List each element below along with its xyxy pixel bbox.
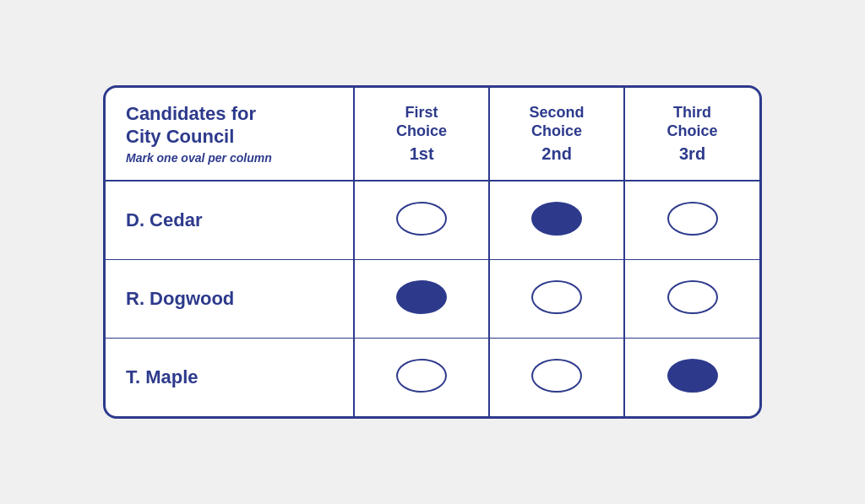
oval-cell-2-2[interactable]: [624, 338, 759, 416]
candidates-subtitle: Mark one oval per column: [126, 151, 345, 165]
oval-cell-1-0[interactable]: [354, 259, 489, 338]
empty-oval[interactable]: [667, 280, 718, 314]
oval-cell-0-2[interactable]: [624, 181, 759, 260]
second-choice-num: 2nd: [498, 144, 615, 164]
header-candidates: Candidates for City Council Mark one ova…: [106, 88, 354, 181]
oval-cell-2-0[interactable]: [354, 338, 489, 416]
filled-oval[interactable]: [396, 280, 447, 314]
empty-oval[interactable]: [531, 359, 582, 393]
filled-oval[interactable]: [531, 202, 582, 236]
header-third-choice: Third Choice 3rd: [624, 88, 759, 181]
ballot-card: Candidates for City Council Mark one ova…: [103, 85, 762, 419]
first-choice-label: First Choice: [363, 104, 480, 140]
oval-cell-0-1[interactable]: [489, 181, 624, 260]
ballot-table: Candidates for City Council Mark one ova…: [106, 88, 759, 416]
header-first-choice: First Choice 1st: [354, 88, 489, 181]
empty-oval[interactable]: [667, 202, 718, 236]
oval-cell-0-0[interactable]: [354, 181, 489, 260]
table-row: D. Cedar: [106, 181, 759, 260]
third-choice-num: 3rd: [634, 144, 751, 164]
second-choice-label: Second Choice: [498, 104, 615, 140]
candidate-name: R. Dogwood: [106, 259, 354, 338]
oval-cell-2-1[interactable]: [489, 338, 624, 416]
oval-cell-1-2[interactable]: [624, 259, 759, 338]
candidates-title: Candidates for City Council: [126, 103, 345, 148]
first-choice-num: 1st: [363, 144, 480, 164]
header-second-choice: Second Choice 2nd: [489, 88, 624, 181]
table-row: R. Dogwood: [106, 259, 759, 338]
third-choice-label: Third Choice: [634, 104, 751, 140]
empty-oval[interactable]: [396, 359, 447, 393]
filled-oval[interactable]: [667, 359, 718, 393]
candidate-name: T. Maple: [106, 338, 354, 416]
candidate-name: D. Cedar: [106, 181, 354, 260]
empty-oval[interactable]: [531, 280, 582, 314]
empty-oval[interactable]: [396, 202, 447, 236]
table-row: T. Maple: [106, 338, 759, 416]
oval-cell-1-1[interactable]: [489, 259, 624, 338]
